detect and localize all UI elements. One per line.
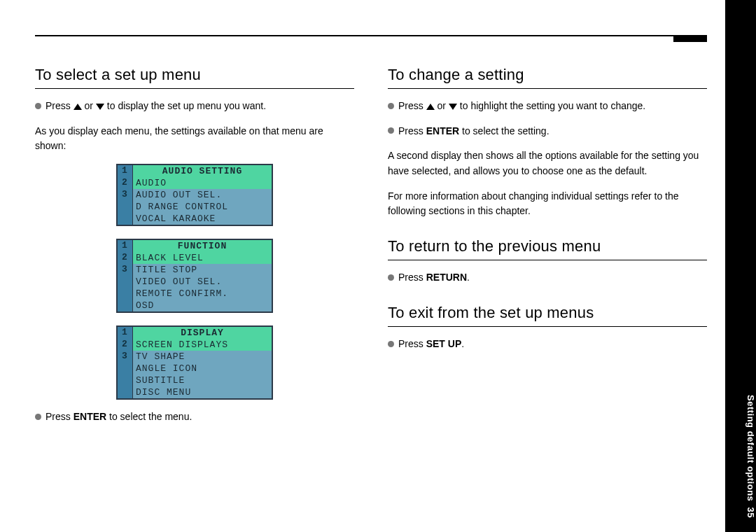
osd-num — [118, 213, 133, 225]
osd-item: SUBTITLE — [133, 374, 272, 386]
osd-num — [118, 288, 133, 300]
content-area: To select a set up menu Press or to disp… — [35, 35, 707, 511]
left-column: To select a set up menu Press or to disp… — [35, 48, 354, 435]
osd-num: 3 — [118, 264, 133, 276]
osd-screenshots: 1 AUDIO SETTING 2AUDIO 3AUDIO OUT SEL. D… — [35, 164, 354, 400]
instruction-select: Press or to display the set up menu you … — [35, 99, 354, 114]
intro-text: As you display each menu, the settings a… — [35, 124, 354, 154]
osd-item: AUDIO OUT SEL. — [133, 189, 272, 201]
text: . — [467, 272, 470, 283]
side-tab-text: Setting default options — [746, 395, 756, 501]
side-tab: Setting default options 35 — [725, 0, 756, 532]
heading-select-setup-menu: To select a set up menu — [35, 66, 354, 89]
text: Press — [398, 272, 426, 283]
text: or — [82, 100, 96, 111]
osd-title: DISPLAY — [133, 327, 272, 339]
bullet-icon — [388, 274, 394, 281]
osd-num — [118, 374, 133, 386]
text: . — [461, 338, 464, 349]
osd-num: 2 — [118, 252, 133, 264]
down-arrow-icon — [96, 104, 104, 110]
osd-item: ANGLE ICON — [133, 363, 272, 374]
key-return: RETURN — [426, 272, 467, 283]
down-arrow-icon — [449, 104, 457, 110]
instruction-enter-select-menu: Press ENTER to select the menu. — [35, 410, 354, 425]
osd-item: D RANGE CONTROL — [133, 201, 272, 213]
osd-item: OSD — [133, 300, 272, 312]
side-tab-label: Setting default options 35 — [725, 395, 756, 518]
osd-item: TV SHAPE — [133, 351, 272, 363]
text: Press — [398, 100, 426, 111]
instruction-change-enter: Press ENTER to select the setting. — [388, 124, 707, 139]
text: to select the setting. — [459, 125, 549, 136]
heading-exit-setup: To exit from the set up menus — [388, 304, 707, 327]
osd-num — [118, 276, 133, 288]
change-para1: A second display then shows all the opti… — [388, 148, 707, 178]
osd-item: AUDIO — [133, 177, 272, 189]
change-para2: For more information about changing indi… — [388, 189, 707, 219]
osd-item: VIDEO OUT SEL. — [133, 276, 272, 288]
osd-num — [118, 201, 133, 213]
up-arrow-icon — [74, 104, 82, 110]
bullet-icon — [35, 103, 41, 109]
osd-num — [118, 363, 133, 374]
instruction-change-highlight: Press or to highlight the setting you wa… — [388, 99, 707, 114]
instruction-exit: Press SET UP. — [388, 337, 707, 352]
text: to select the menu. — [106, 411, 192, 422]
key-enter: ENTER — [74, 411, 106, 422]
osd-num: 2 — [118, 177, 133, 189]
osd-num: 1 — [118, 327, 133, 339]
bullet-icon — [388, 127, 394, 134]
bullet-icon — [35, 414, 41, 420]
osd-num: 3 — [118, 189, 133, 201]
osd-num: 1 — [118, 240, 133, 252]
osd-num — [118, 300, 133, 312]
heading-change-setting: To change a setting — [388, 66, 707, 89]
text: or — [435, 100, 449, 111]
bullet-icon — [388, 341, 394, 347]
text: Press — [398, 125, 426, 136]
key-setup: SET UP — [426, 338, 462, 349]
right-column: To change a setting Press or to highligh… — [388, 48, 707, 435]
osd-audio-setting: 1 AUDIO SETTING 2AUDIO 3AUDIO OUT SEL. D… — [116, 164, 273, 226]
osd-item: REMOTE CONFIRM. — [133, 288, 272, 300]
text: to display the set up menu you want. — [104, 100, 266, 111]
osd-item: BLACK LEVEL — [133, 252, 272, 264]
osd-title: FUNCTION — [133, 240, 272, 252]
up-arrow-icon — [426, 104, 435, 110]
bullet-icon — [388, 103, 394, 109]
osd-item: VOCAL KARAOKE — [133, 213, 272, 225]
osd-num — [118, 386, 133, 398]
osd-num: 2 — [118, 339, 133, 351]
text: to highlight the setting you want to cha… — [457, 100, 645, 111]
text: Press — [46, 100, 74, 111]
osd-item: SCREEN DISPLAYS — [133, 339, 272, 351]
osd-title: AUDIO SETTING — [133, 165, 272, 177]
osd-item: TITLE STOP — [133, 264, 272, 276]
osd-num: 1 — [118, 165, 133, 177]
top-rule: To select a set up menu Press or to disp… — [35, 35, 707, 435]
instruction-return: Press RETURN. — [388, 270, 707, 286]
manual-page: To select a set up menu Press or to disp… — [0, 0, 756, 532]
osd-num: 3 — [118, 351, 133, 363]
text: Press — [46, 411, 74, 422]
key-enter: ENTER — [426, 125, 459, 136]
osd-display: 1 DISPLAY 2SCREEN DISPLAYS 3TV SHAPE ANG… — [116, 326, 273, 400]
osd-function: 1 FUNCTION 2BLACK LEVEL 3TITLE STOP VIDE… — [116, 239, 273, 313]
heading-return-previous: To return to the previous menu — [388, 237, 707, 260]
page-number: 35 — [746, 507, 756, 518]
osd-item: DISC MENU — [133, 386, 272, 398]
text: Press — [398, 338, 426, 349]
